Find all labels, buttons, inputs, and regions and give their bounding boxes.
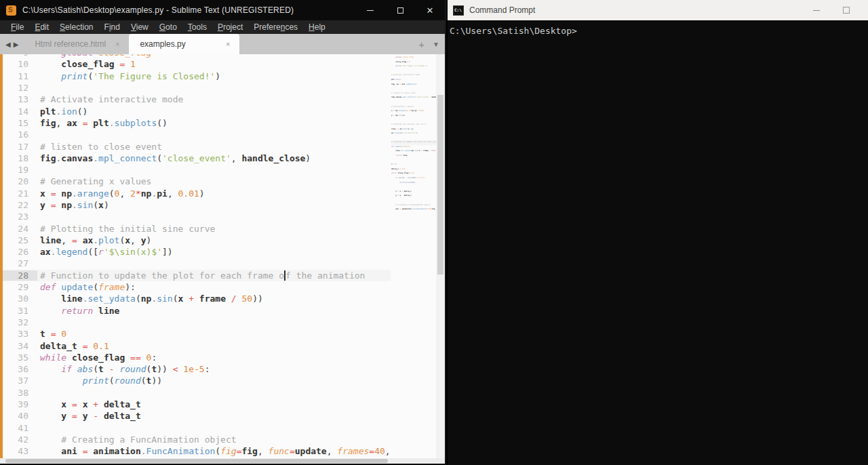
code-line[interactable]: 15fig, ax = plt.subplots() — [3, 117, 391, 129]
line-text: # Activate interactive mode — [391, 73, 420, 78]
code-line[interactable]: 42 # Creating a FuncAnimation object — [3, 434, 391, 445]
code-line[interactable]: 31 return line — [3, 305, 391, 317]
line-text: # Creating a FuncAnimation object — [37, 434, 237, 445]
menu-item-file[interactable]: File — [5, 22, 29, 32]
code-line[interactable]: 17# listen to close event — [3, 140, 391, 152]
menu-item-goto[interactable]: Goto — [154, 22, 182, 32]
menu-item-tools[interactable]: Tools — [182, 22, 212, 32]
code-line[interactable]: 10 close_flag = 1 — [3, 58, 391, 70]
line-number: 43 — [3, 446, 37, 456]
code-line[interactable]: 27 — [3, 258, 391, 269]
code-line[interactable]: 40 y = y - delta_t — [3, 410, 391, 422]
code-line[interactable]: 18fig.canvas.mpl_connect('close_event', … — [3, 153, 391, 164]
minimap-line: y = np.sin(x) — [391, 114, 436, 119]
tab-bar: ◀ ▶ Html reference.html × examples.py × … — [0, 34, 445, 54]
minimap-line — [391, 87, 436, 92]
tab-forward-icon[interactable]: ▶ — [14, 41, 19, 48]
line-number: 15 — [3, 118, 37, 128]
minimap-line — [391, 159, 436, 163]
line-text: print(round(t)) — [37, 376, 162, 386]
line-text: print('The Figure is Closed!') — [37, 71, 220, 81]
cmd-minimize-button[interactable] — [802, 0, 831, 20]
line-number: 18 — [3, 153, 37, 163]
terminal-body[interactable]: C:\Users\Satish\Desktop> — [448, 20, 868, 465]
code-line[interactable]: 28# Function to update the plot for each… — [3, 270, 391, 281]
horizontal-scrollbar-thumb[interactable] — [5, 459, 388, 463]
line-text: delta_t = 0.1 — [37, 341, 109, 351]
tab-close-icon[interactable]: × — [223, 39, 233, 49]
code-line[interactable]: 29def update(frame): — [3, 281, 391, 293]
line-text: t = 0 — [37, 329, 66, 339]
maximize-button[interactable] — [385, 0, 415, 20]
line-number: 24 — [3, 224, 37, 234]
minimap-line: while close_flag == 0: — [391, 171, 436, 176]
code-line[interactable]: 33t = 0 — [3, 328, 391, 340]
code-editor[interactable]: 9 global close_flag10 close_flag = 111 p… — [0, 54, 445, 458]
cmd-maximize-button[interactable] — [831, 0, 861, 20]
line-number: 33 — [3, 329, 37, 339]
line-number: 42 — [3, 434, 37, 445]
tab-back-icon[interactable]: ◀ — [5, 41, 11, 48]
minimap-line: line.set_ydata(np.sin(x + frame / 50)) — [391, 149, 436, 154]
line-text: # listen to close event — [37, 142, 162, 152]
minimap-line: print(round(t)) — [391, 181, 436, 186]
line-number: 28 — [3, 270, 37, 281]
horizontal-scrollbar[interactable] — [0, 458, 445, 464]
code-line[interactable]: 41 — [3, 422, 391, 434]
vertical-scrollbar[interactable] — [436, 54, 445, 458]
line-text: line.set_ydata(np.sin(x + frame / 50)) — [391, 149, 436, 154]
tab-overflow-icon[interactable]: ▼ — [433, 41, 439, 48]
code-line[interactable]: 20# Generating x values — [3, 176, 391, 187]
minimap-line: ax.legend([r'$\sin(x)$']) — [391, 132, 436, 136]
code-line[interactable]: 32 — [3, 317, 391, 328]
menu-item-view[interactable]: View — [125, 22, 154, 32]
code-line[interactable]: 36 if abs(t - round(t)) < 1e-5: — [3, 363, 391, 375]
new-tab-icon[interactable]: + — [418, 39, 425, 50]
code-line[interactable]: 34delta_t = 0.1 — [3, 340, 391, 351]
menu-item-preferences[interactable]: Preferences — [248, 22, 303, 32]
minimap-content: global close_flag close_flag = 1 print('… — [391, 56, 436, 212]
code-line[interactable]: 39 x = x + delta_t — [3, 399, 391, 410]
code-line[interactable]: 30 line.set_ydata(np.sin(x + frame / 50)… — [3, 293, 391, 304]
minimap-line: # listen to close event — [391, 92, 436, 96]
line-number: 21 — [3, 188, 37, 199]
line-text: def update(frame): — [37, 282, 136, 292]
code-line[interactable]: 35while close_flag == 0: — [3, 352, 391, 363]
code-line[interactable]: 24# Plotting the initial sine curve — [3, 222, 391, 234]
vertical-scrollbar-thumb[interactable] — [437, 95, 443, 275]
code-line[interactable]: 22y = np.sin(x) — [3, 199, 391, 211]
tab-html-reference[interactable]: Html reference.html × — [24, 34, 129, 54]
line-number: 23 — [3, 211, 37, 222]
minimap[interactable]: global close_flag close_flag = 1 print('… — [391, 56, 436, 458]
line-number: 17 — [3, 142, 37, 152]
sublime-titlebar[interactable]: C:\Users\Satish\Desktop\examples.py - Su… — [0, 0, 445, 20]
code-line[interactable]: 38 — [3, 387, 391, 399]
code-line[interactable]: 26ax.legend([r'$\sin(x)$']) — [3, 246, 391, 258]
code-line[interactable]: 43 ani = animation.FuncAnimation(fig=fig… — [3, 445, 391, 457]
code-line[interactable]: 12 — [3, 82, 391, 94]
code-line[interactable]: 25line, = ax.plot(x, y) — [3, 235, 391, 246]
code-line[interactable]: 16 — [3, 129, 391, 140]
line-text: if abs(t - round(t)) < 1e-5: — [391, 176, 425, 181]
code-line[interactable]: 23 — [3, 211, 391, 222]
minimap-line — [391, 118, 436, 123]
menu-item-selection[interactable]: Selection — [54, 22, 98, 32]
code-line[interactable]: 21x = np.arange(0, 2*np.pi, 0.01) — [3, 188, 391, 199]
minimap-line: y = y - delta_t — [391, 194, 436, 199]
code-line[interactable]: 19 — [3, 164, 391, 176]
menu-item-edit[interactable]: Edit — [29, 22, 54, 32]
close-button[interactable]: ✕ — [415, 0, 445, 20]
code-line[interactable]: 11 print('The Figure is Closed!') — [3, 70, 391, 82]
minimize-button[interactable] — [355, 0, 385, 20]
cmd-titlebar[interactable]: Command Prompt — [448, 0, 868, 20]
code-line[interactable]: 14plt.ion() — [3, 105, 391, 117]
tab-close-icon[interactable]: × — [113, 39, 122, 49]
tab-examples-py[interactable]: examples.py × — [129, 34, 239, 54]
code-lines: 9 global close_flag10 close_flag = 111 p… — [3, 54, 391, 458]
menu-item-help[interactable]: Help — [303, 22, 331, 32]
minimap-line: ani = animation.FuncAnimation(fig=fig, f… — [391, 207, 436, 212]
code-line[interactable]: 37 print(round(t)) — [3, 375, 391, 386]
menu-item-find[interactable]: Find — [99, 22, 125, 32]
menu-item-project[interactable]: Project — [212, 22, 248, 32]
code-line[interactable]: 13# Activate interactive mode — [3, 94, 391, 105]
